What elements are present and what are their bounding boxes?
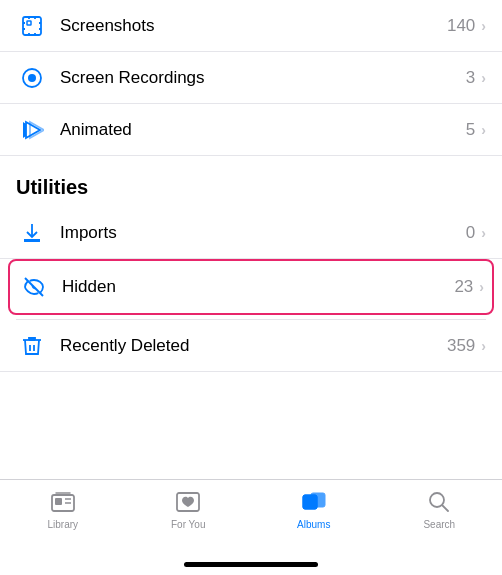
tab-library[interactable]: Library [0, 488, 126, 530]
imports-label: Imports [60, 223, 466, 243]
for-you-tab-icon [174, 488, 202, 516]
tab-bar: Library For You Albums [0, 479, 502, 562]
imports-count: 0 [466, 223, 475, 243]
highlighted-hidden-wrapper: Hidden 23 › [8, 259, 494, 315]
list-item-screenshots[interactable]: Screenshots 140 › [0, 0, 502, 52]
tab-search[interactable]: Search [377, 488, 503, 530]
screen-recordings-count: 3 [466, 68, 475, 88]
library-tab-label: Library [47, 519, 78, 530]
screenshots-chevron: › [481, 18, 486, 34]
search-tab-label: Search [423, 519, 455, 530]
list-item-screen-recordings[interactable]: Screen Recordings 3 › [0, 52, 502, 104]
hidden-label: Hidden [62, 277, 454, 297]
search-tab-icon [425, 488, 453, 516]
library-tab-icon [49, 488, 77, 516]
animated-count: 5 [466, 120, 475, 140]
svg-rect-15 [24, 239, 40, 242]
animated-label: Animated [60, 120, 466, 140]
list-item-imports[interactable]: Imports 0 › [0, 207, 502, 259]
screen-recordings-label: Screen Recordings [60, 68, 466, 88]
screen-recordings-icon [16, 66, 48, 90]
recently-deleted-icon [16, 334, 48, 358]
tab-albums[interactable]: Albums [251, 488, 377, 530]
recently-deleted-count: 359 [447, 336, 475, 356]
utilities-header: Utilities [0, 156, 502, 207]
list-item-animated[interactable]: Animated 5 › [0, 104, 502, 156]
animated-chevron: › [481, 122, 486, 138]
imports-chevron: › [481, 225, 486, 241]
svg-point-11 [28, 74, 36, 82]
svg-marker-13 [23, 122, 26, 138]
screenshots-icon [16, 14, 48, 38]
screenshots-count: 140 [447, 16, 475, 36]
hidden-icon [18, 275, 50, 299]
tab-for-you[interactable]: For You [126, 488, 252, 530]
screen-recordings-chevron: › [481, 70, 486, 86]
home-indicator [184, 562, 318, 567]
for-you-tab-label: For You [171, 519, 205, 530]
svg-rect-0 [23, 17, 41, 35]
animated-icon [16, 118, 48, 142]
recently-deleted-label: Recently Deleted [60, 336, 447, 356]
recently-deleted-chevron: › [481, 338, 486, 354]
svg-marker-14 [30, 122, 44, 138]
svg-rect-24 [303, 495, 317, 509]
svg-rect-18 [55, 498, 62, 505]
screenshots-label: Screenshots [60, 16, 447, 36]
list-item-hidden[interactable]: Hidden 23 › [10, 261, 492, 313]
albums-tab-label: Albums [297, 519, 330, 530]
hidden-count: 23 [454, 277, 473, 297]
main-content: Screenshots 140 › Screen Recordings 3 › … [0, 0, 502, 479]
svg-rect-1 [27, 21, 31, 25]
imports-icon [16, 221, 48, 245]
albums-tab-icon [300, 488, 328, 516]
hidden-chevron: › [479, 279, 484, 295]
list-item-recently-deleted[interactable]: Recently Deleted 359 › [0, 320, 502, 372]
svg-line-26 [443, 506, 449, 512]
